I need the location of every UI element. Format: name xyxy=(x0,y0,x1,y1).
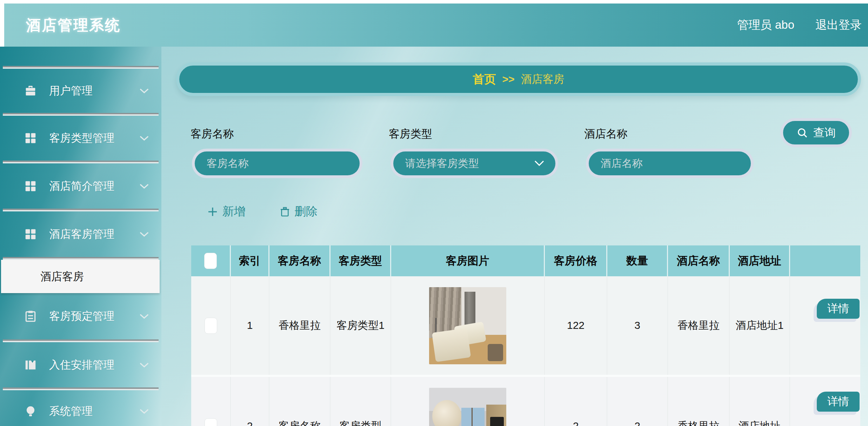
column-header-hotel-name: 酒店名称 xyxy=(668,245,730,276)
chevron-down-icon xyxy=(139,231,149,238)
bulb-icon xyxy=(23,404,38,419)
column-header-hotel-address: 酒店地址 xyxy=(730,245,790,276)
detail-button[interactable]: 详情 xyxy=(817,392,860,412)
cell-index: 2 xyxy=(231,377,269,426)
cell-room-type: 客房类型1 xyxy=(330,276,391,375)
divider xyxy=(3,339,159,342)
column-header-quantity: 数量 xyxy=(607,245,668,276)
cell-hotel-name: 香格里拉 xyxy=(668,276,730,375)
cell-room-image xyxy=(391,276,545,375)
cell-index: 1 xyxy=(231,276,269,375)
divider xyxy=(3,66,159,69)
delete-button-label: 删除 xyxy=(294,204,318,219)
sidebar-item-label: 系统管理 xyxy=(49,404,139,419)
top-header: 酒店管理系统 管理员 abo 退出登录 xyxy=(4,4,868,47)
detail-button[interactable]: 详情 xyxy=(817,299,860,319)
column-header-room-name: 客房名称 xyxy=(269,245,330,276)
sidebar-item-room-booking-management[interactable]: 客房预定管理 xyxy=(0,293,161,339)
sidebar-item-label: 用户管理 xyxy=(49,83,139,98)
trash-icon xyxy=(280,206,290,217)
select-all-cell xyxy=(191,245,231,276)
query-button[interactable]: 查询 xyxy=(780,118,852,147)
room-type-select-placeholder: 请选择客房类型 xyxy=(405,156,534,171)
chevron-down-icon xyxy=(139,361,149,368)
cell-price: 122 xyxy=(545,276,607,375)
chevron-down-icon xyxy=(139,408,149,415)
query-button-label: 查询 xyxy=(813,125,836,141)
room-type-select[interactable]: 请选择客房类型 xyxy=(390,149,558,178)
grid-icon xyxy=(23,227,38,242)
breadcrumb-home-link[interactable]: 首页 xyxy=(473,72,496,87)
sidebar-item-label: 酒店客房管理 xyxy=(49,227,139,242)
cell-actions: 详情 xyxy=(790,377,860,426)
room-type-label: 客房类型 xyxy=(389,127,432,141)
sidebar-item-label: 入住安排管理 xyxy=(49,358,139,372)
room-photo xyxy=(429,287,506,364)
hotel-name-input[interactable] xyxy=(586,149,754,178)
cell-hotel-address: 酒店地址1 xyxy=(730,276,790,375)
table-header-row: 索引 客房名称 客房类型 客房图片 客房价格 数量 酒店名称 酒店地址 xyxy=(191,245,860,276)
sidebar-item-checkin-management[interactable]: 入住安排管理 xyxy=(0,342,161,387)
chevron-down-icon xyxy=(139,135,149,142)
divider xyxy=(3,257,159,260)
chevron-down-icon xyxy=(534,160,545,167)
search-icon xyxy=(796,127,808,139)
hotel-management-app: 酒店管理系统 管理员 abo 退出登录 用户管理 客房类型管理 xyxy=(0,0,868,426)
cell-hotel-address: 酒店地址 xyxy=(730,377,790,426)
select-all-checkbox[interactable] xyxy=(204,253,217,269)
room-photo xyxy=(429,388,506,426)
logout-link[interactable]: 退出登录 xyxy=(815,17,862,33)
add-button-label: 新增 xyxy=(222,204,246,219)
table-row: 2 客房名称 客房类型 2 2 香格里拉 酒店地址 详情 xyxy=(191,377,860,426)
cell-quantity: 2 xyxy=(607,377,668,426)
chevron-down-icon xyxy=(139,87,149,94)
sidebar-item-label: 客房预定管理 xyxy=(49,309,139,324)
row-checkbox[interactable] xyxy=(205,418,217,426)
cell-hotel-name: 香格里拉 xyxy=(668,377,730,426)
breadcrumb-separator: >> xyxy=(502,73,514,85)
briefcase-icon xyxy=(23,83,38,98)
sidebar-item-user-management[interactable]: 用户管理 xyxy=(0,69,161,113)
column-header-room-type: 客房类型 xyxy=(330,245,391,276)
admin-user-label[interactable]: 管理员 abo xyxy=(737,17,794,33)
table-row: 1 香格里拉 客房类型1 122 3 香格里拉 酒店地址1 详情 xyxy=(191,276,860,377)
hotel-name-label: 酒店名称 xyxy=(584,127,628,141)
column-header-price: 客房价格 xyxy=(545,245,607,276)
sidebar-item-label: 酒店简介管理 xyxy=(49,179,139,194)
row-checkbox[interactable] xyxy=(205,318,217,334)
divider xyxy=(3,209,159,211)
divider xyxy=(3,387,159,390)
chevron-down-icon xyxy=(139,183,149,190)
grid-icon xyxy=(23,179,38,194)
plus-icon xyxy=(207,206,218,217)
sidebar-item-hotel-intro-management[interactable]: 酒店简介管理 xyxy=(0,163,161,209)
room-name-label: 客房名称 xyxy=(191,127,234,141)
add-button[interactable]: 新增 xyxy=(207,204,246,219)
header-actions: 管理员 abo 退出登录 xyxy=(737,17,862,33)
breadcrumb-current: 酒店客房 xyxy=(521,72,565,87)
grid-icon xyxy=(23,131,38,146)
sidebar-item-system-management[interactable]: 系统管理 xyxy=(0,390,161,426)
column-header-actions xyxy=(790,245,860,276)
divider xyxy=(3,113,159,116)
sidebar-item-room-type-management[interactable]: 客房类型管理 xyxy=(0,116,161,161)
rooms-table: 索引 客房名称 客房类型 客房图片 客房价格 数量 酒店名称 酒店地址 1 香格… xyxy=(191,245,860,426)
cell-room-type: 客房类型 xyxy=(330,377,391,426)
chevron-down-icon xyxy=(139,313,149,320)
clipboard-icon xyxy=(23,309,38,324)
sidebar-subitem-hotel-room-active[interactable]: 酒店客房 xyxy=(1,260,160,293)
sidebar-item-hotel-room-management[interactable]: 酒店客房管理 xyxy=(0,211,161,257)
cell-room-name: 客房名称 xyxy=(269,377,330,426)
main-content: 首页 >> 酒店客房 客房名称 客房类型 酒店名称 请选择客房类型 查询 新增 … xyxy=(161,47,868,426)
breadcrumb: 首页 >> 酒店客房 xyxy=(176,62,861,96)
app-title: 酒店管理系统 xyxy=(26,15,121,35)
room-name-input[interactable] xyxy=(192,149,362,178)
column-header-index: 索引 xyxy=(231,245,269,276)
cell-quantity: 3 xyxy=(607,276,668,375)
delete-button[interactable]: 删除 xyxy=(280,204,318,219)
cell-room-name: 香格里拉 xyxy=(269,276,330,375)
sidebar: 用户管理 客房类型管理 酒店简介管理 酒店客房管理 xyxy=(0,47,161,426)
cell-price: 2 xyxy=(545,377,607,426)
sidebar-item-label: 客房类型管理 xyxy=(49,131,139,146)
cell-actions: 详情 xyxy=(790,276,860,375)
